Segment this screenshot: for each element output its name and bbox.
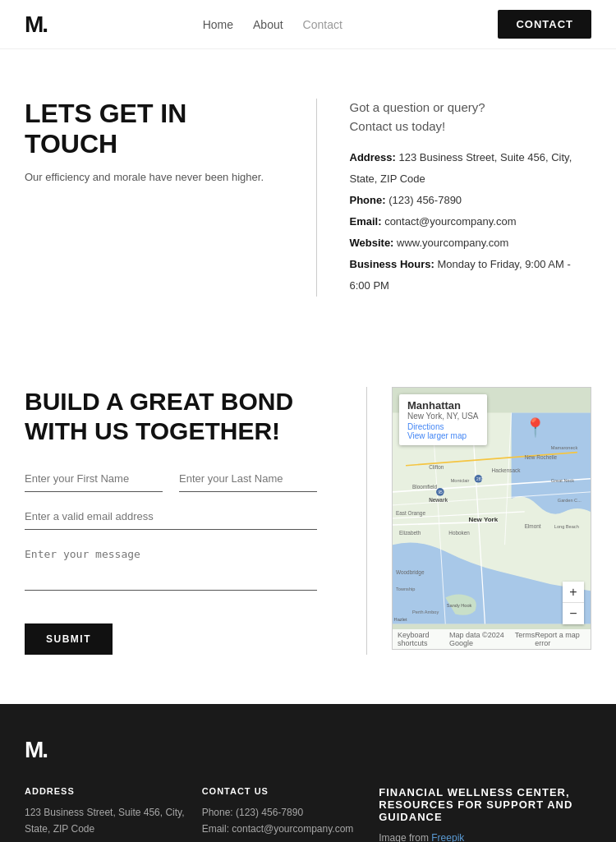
bond-section: BUILD A GREAT BOND WITH US TOGETHER! SUB… xyxy=(0,346,616,704)
map-container[interactable]: Bloomfield East Orange Elizabeth Woodbri… xyxy=(392,387,591,650)
nav-home[interactable]: Home xyxy=(203,18,233,31)
footer-phone: Phone: (123) 456-7890 xyxy=(202,804,379,821)
keyboard-shortcuts: Keyboard shortcuts xyxy=(398,631,449,647)
phone-line: Phone: (123) 456-7890 xyxy=(350,190,592,211)
nav-contact[interactable]: Contact xyxy=(303,18,342,31)
map-tooltip: Manhattan New York, NY, USA Directions V… xyxy=(399,394,487,445)
footer-logo: M. xyxy=(25,737,591,763)
get-in-touch-section: LETS GET IN TOUCH Our efficiency and mor… xyxy=(0,49,616,346)
footer-contact-heading: CONTACT US xyxy=(202,786,379,796)
svg-text:95: 95 xyxy=(438,490,443,495)
form-divider xyxy=(366,387,367,655)
svg-text:New Rochelle: New Rochelle xyxy=(525,454,558,460)
submit-button[interactable]: SUBMIT xyxy=(25,623,113,655)
directions-link[interactable]: Directions xyxy=(407,422,479,431)
form-panel: BUILD A GREAT BOND WITH US TOGETHER! SUB… xyxy=(25,387,342,655)
contact-info-panel: Got a question or query? Contact us toda… xyxy=(342,99,592,297)
last-name-input[interactable] xyxy=(179,466,317,492)
first-name-input[interactable] xyxy=(25,466,163,492)
name-row xyxy=(25,466,317,492)
nav-about[interactable]: About xyxy=(253,18,283,31)
main-subheading: Our efficiency and morale have never bee… xyxy=(25,171,267,183)
svg-text:Great Neck: Great Neck xyxy=(551,478,575,483)
email-input[interactable] xyxy=(25,504,317,530)
svg-text:New York: New York xyxy=(468,516,498,523)
map-zoom: + − xyxy=(563,582,584,624)
map-panel: Bloomfield East Orange Elizabeth Woodbri… xyxy=(392,387,591,655)
svg-text:Long Beach: Long Beach xyxy=(554,524,579,529)
contact-info: Address: 123 Business Street, Suite 456,… xyxy=(350,147,592,297)
footer-wellness-heading: Financial Wellness Center, resources for… xyxy=(379,786,591,823)
bond-heading: BUILD A GREAT BOND WITH US TOGETHER! xyxy=(25,387,317,446)
navbar: M. Home About Contact CONTACT xyxy=(0,0,616,49)
svg-text:East Orange: East Orange xyxy=(396,510,425,517)
svg-text:Perth Amboy: Perth Amboy xyxy=(412,610,439,614)
map-terms: Terms xyxy=(515,631,536,647)
svg-text:Woodbridge: Woodbridge xyxy=(396,569,425,576)
svg-text:Hazlet: Hazlet xyxy=(394,617,407,622)
map-pin: 📍 xyxy=(524,417,546,439)
svg-text:Garden C...: Garden C... xyxy=(558,498,582,503)
map-data: Map data ©2024 Google xyxy=(449,631,515,647)
svg-text:Bloomfield: Bloomfield xyxy=(412,484,437,490)
svg-text:Montclair: Montclair xyxy=(451,478,470,483)
view-larger-link[interactable]: View larger map xyxy=(407,431,479,440)
freepik-link[interactable]: Freepik xyxy=(431,832,464,842)
footer: M. ADDRESS 123 Business Street, Suite 45… xyxy=(0,704,616,842)
svg-text:Sandy Hook: Sandy Hook xyxy=(447,603,472,608)
svg-text:287: 287 xyxy=(476,477,483,481)
footer-wellness-col: Financial Wellness Center, resources for… xyxy=(379,786,591,842)
map-footer: Keyboard shortcuts Map data ©2024 Google… xyxy=(393,629,591,649)
footer-address-col: ADDRESS 123 Business Street, Suite 456, … xyxy=(25,786,202,842)
footer-columns: ADDRESS 123 Business Street, Suite 456, … xyxy=(25,786,591,842)
svg-text:Hackensack: Hackensack xyxy=(492,467,522,473)
footer-contact-col: CONTACT US Phone: (123) 456-7890 Email: … xyxy=(202,786,379,842)
main-heading: LETS GET IN TOUCH xyxy=(25,99,267,159)
message-input[interactable] xyxy=(25,541,317,591)
section-left: LETS GET IN TOUCH Our efficiency and mor… xyxy=(25,99,292,297)
svg-text:Newark: Newark xyxy=(429,497,448,503)
zoom-out-button[interactable]: − xyxy=(563,603,584,624)
map-report: Report a map error xyxy=(535,631,586,647)
footer-image-credit: Image from Freepik xyxy=(379,830,591,842)
website-line: Website: www.yourcompany.com xyxy=(350,232,592,254)
logo[interactable]: M. xyxy=(25,12,47,38)
email-line: Email: contact@yourcompany.com xyxy=(350,211,592,232)
svg-text:Township: Township xyxy=(396,587,415,591)
footer-address-heading: ADDRESS xyxy=(25,786,202,796)
svg-text:Elmont: Elmont xyxy=(525,523,541,529)
contact-query: Got a question or query? Contact us toda… xyxy=(350,99,592,136)
address-line: Address: 123 Business Street, Suite 456,… xyxy=(350,147,592,190)
svg-text:Mamaroneck: Mamaroneck xyxy=(551,445,578,450)
contact-button[interactable]: CONTACT xyxy=(498,10,591,39)
footer-address-text: 123 Business Street, Suite 456, City, St… xyxy=(25,804,202,838)
footer-email: Email: contact@yourcompany.com xyxy=(202,821,379,837)
svg-text:Elizabeth: Elizabeth xyxy=(399,530,421,536)
hours-line: Business Hours: Monday to Friday, 9:00 A… xyxy=(350,254,592,297)
nav-links: Home About Contact xyxy=(203,18,342,31)
zoom-in-button[interactable]: + xyxy=(563,582,584,603)
section-divider xyxy=(316,99,317,297)
svg-text:Clifton: Clifton xyxy=(429,464,444,470)
svg-text:Hoboken: Hoboken xyxy=(448,530,470,536)
